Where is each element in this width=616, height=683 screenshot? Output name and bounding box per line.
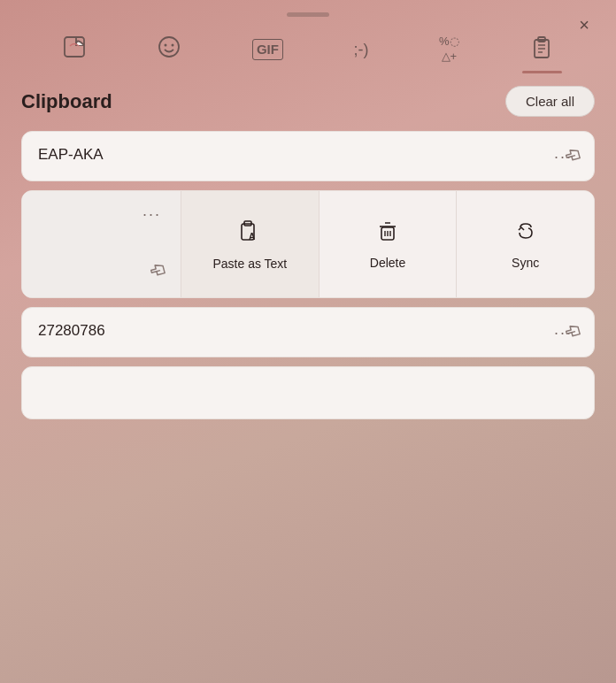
sync-icon xyxy=(513,219,538,249)
emoji-icon xyxy=(157,35,181,65)
clear-all-button[interactable]: Clear all xyxy=(505,86,595,117)
emoticons-icon: ;-) xyxy=(353,41,368,59)
drag-handle[interactable] xyxy=(287,12,329,17)
sync-button[interactable]: Sync xyxy=(457,191,594,297)
clipboard-icon xyxy=(529,35,554,65)
action-buttons: A Paste as Text xyxy=(181,191,594,297)
more-options-button-2[interactable]: ··· xyxy=(137,203,166,226)
pin-button-2[interactable] xyxy=(142,257,172,288)
clip-card-left: ··· xyxy=(22,191,181,297)
content-area: Clipboard Clear all EAP-AKA ··· · xyxy=(0,77,616,683)
expanded-row: ··· xyxy=(22,191,594,297)
clip-card-top-3: 27280786 ··· xyxy=(38,322,578,344)
clip-card-top: EAP-AKA ··· xyxy=(38,146,578,168)
clip-card-expanded: ··· xyxy=(21,190,595,298)
clipboard-header: Clipboard Clear all xyxy=(21,86,595,117)
clipboard-title: Clipboard xyxy=(21,90,112,113)
paste-as-text-icon: A xyxy=(236,218,263,249)
svg-text:A: A xyxy=(249,232,255,242)
tab-stickers[interactable] xyxy=(50,29,99,73)
tab-emoji[interactable] xyxy=(144,29,194,73)
panel: × xyxy=(0,0,616,683)
svg-point-1 xyxy=(159,37,179,57)
drag-handle-area xyxy=(0,0,616,26)
clip-card-3: 27280786 ··· xyxy=(21,307,595,357)
clip-card: EAP-AKA ··· xyxy=(21,131,595,181)
svg-point-3 xyxy=(172,44,174,47)
clip-text-3: 27280786 xyxy=(38,322,549,340)
delete-icon xyxy=(375,219,400,249)
tab-symbols[interactable]: %◌△+ xyxy=(427,29,472,73)
svg-point-2 xyxy=(165,44,167,47)
tab-gif[interactable]: GIF xyxy=(240,34,296,69)
tab-bar: GIF ;-) %◌△+ xyxy=(0,26,616,73)
tab-clipboard[interactable] xyxy=(517,29,566,73)
stickers-icon xyxy=(62,35,87,65)
sync-label: Sync xyxy=(512,256,539,270)
clip-text: EAP-AKA xyxy=(38,146,549,164)
tab-emoticons[interactable]: ;-) xyxy=(341,35,381,68)
gif-icon: GIF xyxy=(252,39,283,60)
clip-card-4 xyxy=(21,366,595,419)
paste-as-text-label: Paste as Text xyxy=(212,257,287,271)
delete-button[interactable]: Delete xyxy=(320,191,458,297)
svg-rect-0 xyxy=(65,37,84,57)
delete-label: Delete xyxy=(370,256,405,270)
close-button[interactable]: × xyxy=(568,9,600,41)
symbols-icon: %◌△+ xyxy=(439,35,459,65)
paste-as-text-button[interactable]: A Paste as Text xyxy=(181,191,320,297)
